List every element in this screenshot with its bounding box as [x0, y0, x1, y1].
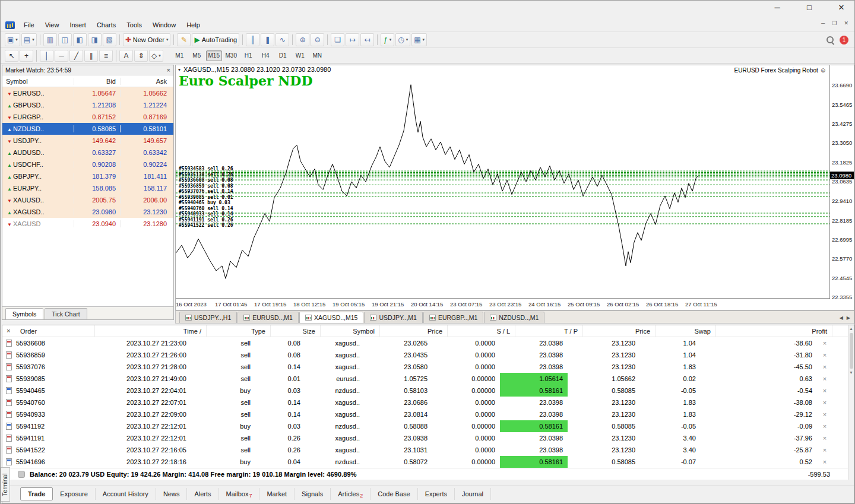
- text-tool[interactable]: A: [119, 50, 133, 62]
- horizontal-line-tool[interactable]: ─: [55, 50, 68, 62]
- separator[interactable]: [292, 34, 293, 45]
- market-watch-close-icon[interactable]: ×: [167, 66, 170, 74]
- menu-item[interactable]: Insert: [64, 20, 91, 30]
- column-header-type[interactable]: Type: [207, 325, 271, 337]
- column-header-swap[interactable]: Swap: [656, 325, 716, 337]
- arrows-tool[interactable]: ⇕: [134, 50, 148, 62]
- order-row[interactable]: 55940933 2023.10.27 22:09:00 sell 0.14 x…: [2, 408, 848, 420]
- chart-tab[interactable]: XAGUSD..,M15: [299, 312, 364, 323]
- metaeditor-button[interactable]: ✎: [177, 33, 191, 46]
- column-header-symbol[interactable]: Symbol: [2, 78, 74, 85]
- terminal-tab[interactable]: Code Base: [370, 488, 417, 500]
- chart-candles-button[interactable]: ❚: [261, 33, 274, 46]
- chart-tab[interactable]: NZDUSD..,M1: [484, 312, 544, 323]
- vertical-line-tool[interactable]: │: [40, 50, 53, 62]
- timeframe-button[interactable]: W1: [292, 50, 308, 61]
- terminal-toggle[interactable]: ◨: [88, 33, 102, 46]
- window-maximize-button[interactable]: □: [801, 3, 818, 12]
- shapes-tool[interactable]: ◇ ▾: [149, 50, 163, 62]
- timeframe-button[interactable]: MN: [309, 50, 325, 61]
- order-row[interactable]: 55940465 2023.10.27 22:04:01 buy 0.03 nz…: [2, 385, 848, 397]
- data-window-toggle[interactable]: ◫: [58, 33, 72, 46]
- scroll-up-icon[interactable]: ▲: [848, 325, 854, 332]
- timeframe-button[interactable]: H4: [258, 50, 274, 61]
- separator[interactable]: [327, 34, 328, 45]
- terminal-tab[interactable]: Exposure: [53, 488, 95, 500]
- terminal-tab[interactable]: Market: [259, 488, 294, 500]
- market-watch-row[interactable]: ▼XAUUSD.. 2005.75 2006.00: [2, 194, 173, 206]
- market-watch-row[interactable]: ▲EURJPY.. 158.085 158.117: [2, 182, 173, 194]
- market-watch-row[interactable]: ▲GBPUSD.. 1.21208 1.21224: [2, 99, 173, 111]
- menu-item[interactable]: Charts: [91, 20, 121, 30]
- separator[interactable]: [36, 50, 37, 62]
- chart-line-button[interactable]: ∿: [276, 33, 289, 46]
- chart-shift-toggle[interactable]: ↤: [360, 33, 374, 46]
- column-header-bid[interactable]: Bid: [74, 78, 120, 85]
- notification-badge[interactable]: 1: [840, 36, 848, 45]
- order-row[interactable]: 55941191 2023.10.27 22:12:01 sell 0.26 x…: [2, 432, 848, 444]
- timeframe-button[interactable]: M1: [172, 50, 188, 61]
- trendline-tool[interactable]: ╱: [69, 50, 83, 62]
- terminal-tab[interactable]: Alerts: [187, 488, 218, 500]
- terminal-tab[interactable]: Articles 2: [331, 488, 370, 500]
- chart-tab[interactable]: USDJPY..,H1: [179, 312, 237, 323]
- menu-item[interactable]: File: [18, 20, 40, 30]
- fibonacci-tool[interactable]: ≡: [99, 50, 113, 62]
- chart-tab[interactable]: EURUSD..,M1: [238, 312, 299, 323]
- tab-symbols[interactable]: Symbols: [5, 308, 43, 319]
- close-order-icon[interactable]: ×: [817, 432, 832, 444]
- column-header-time[interactable]: Time /: [95, 325, 207, 337]
- market-watch-row[interactable]: ▲USDCHF.. 0.90208 0.90224: [2, 159, 173, 170]
- new-chart-button[interactable]: ▣ ▾: [5, 33, 20, 46]
- menu-item[interactable]: Window: [147, 20, 181, 30]
- chart-window-close-icon[interactable]: ✕: [844, 20, 848, 26]
- order-row[interactable]: 55941192 2023.10.27 22:12:01 buy 0.03 nz…: [2, 420, 848, 432]
- market-watch-row[interactable]: ▲AUDUSD.. 0.63327 0.63342: [2, 147, 173, 159]
- auto-scroll-toggle[interactable]: ↦: [346, 33, 359, 46]
- menu-item[interactable]: Help: [181, 20, 205, 30]
- close-order-icon[interactable]: ×: [817, 408, 832, 420]
- close-order-icon[interactable]: ×: [817, 349, 832, 361]
- timeframe-button[interactable]: H1: [240, 50, 256, 61]
- price-chart[interactable]: [176, 65, 831, 299]
- column-header-profit[interactable]: Profit: [716, 325, 832, 337]
- chart-tabs-scroll-left-icon[interactable]: ◀: [840, 315, 843, 321]
- channel-tool[interactable]: ∥: [84, 50, 98, 62]
- market-watch-row[interactable]: ▼XAGUSD 23.0940 23.1280: [2, 218, 173, 230]
- separator[interactable]: [119, 34, 120, 45]
- terminal-tab[interactable]: Signals: [294, 488, 331, 500]
- tile-windows-button[interactable]: ❏: [331, 33, 344, 46]
- close-order-icon[interactable]: ×: [817, 397, 832, 408]
- column-header-order[interactable]: Order: [18, 325, 95, 337]
- separator[interactable]: [377, 34, 378, 45]
- chart-tab[interactable]: EURGBP..,M1: [423, 312, 483, 323]
- chart-window-minimize-icon[interactable]: ─: [821, 20, 825, 26]
- window-minimize-button[interactable]: ─: [769, 3, 786, 12]
- column-header-current-price[interactable]: Price: [583, 325, 656, 337]
- menu-item[interactable]: Tools: [121, 20, 147, 30]
- terminal-side-tab[interactable]: Terminal: [1, 467, 10, 502]
- market-watch-row[interactable]: ▼EURUSD.. 1.05647 1.05662: [2, 87, 173, 99]
- order-row[interactable]: 55941696 2023.10.27 22:18:16 buy 0.04 nz…: [2, 456, 848, 468]
- order-row[interactable]: 55940760 2023.10.27 22:07:01 sell 0.14 x…: [2, 397, 848, 408]
- terminal-tab[interactable]: Experts: [418, 488, 455, 500]
- column-header-sl[interactable]: S / L: [448, 325, 515, 337]
- indicators-button[interactable]: ƒ ▾: [381, 33, 394, 46]
- separator[interactable]: [173, 34, 174, 45]
- terminal-tab[interactable]: Mailbox 7: [219, 488, 260, 500]
- navigator-toggle[interactable]: ◧: [73, 33, 87, 46]
- column-header-tp[interactable]: T / P: [515, 325, 583, 337]
- column-header-symbol[interactable]: Symbol: [321, 325, 380, 337]
- terminal-tab[interactable]: Journal: [455, 488, 491, 500]
- market-watch-row[interactable]: ▲GBPJPY.. 181.379 181.411: [2, 170, 173, 182]
- tab-tick-chart[interactable]: Tick Chart: [45, 308, 87, 319]
- ea-smiley-icon[interactable]: ☺: [820, 66, 826, 74]
- market-watch-row[interactable]: ▲NZDUSD.. 0.58085 0.58101: [2, 123, 173, 135]
- close-order-icon[interactable]: ×: [817, 361, 832, 373]
- chart-tabs-scroll-right-icon[interactable]: ▶: [847, 315, 850, 321]
- terminal-tab[interactable]: Account History: [96, 488, 156, 500]
- market-watch-row[interactable]: ▼EURGBP.. 0.87152 0.87169: [2, 111, 173, 123]
- chart-bars-button[interactable]: ║: [246, 33, 259, 46]
- autotrading-button[interactable]: ▶ AutoTrading: [192, 33, 239, 46]
- zoom-out-button[interactable]: ⊖: [311, 33, 324, 46]
